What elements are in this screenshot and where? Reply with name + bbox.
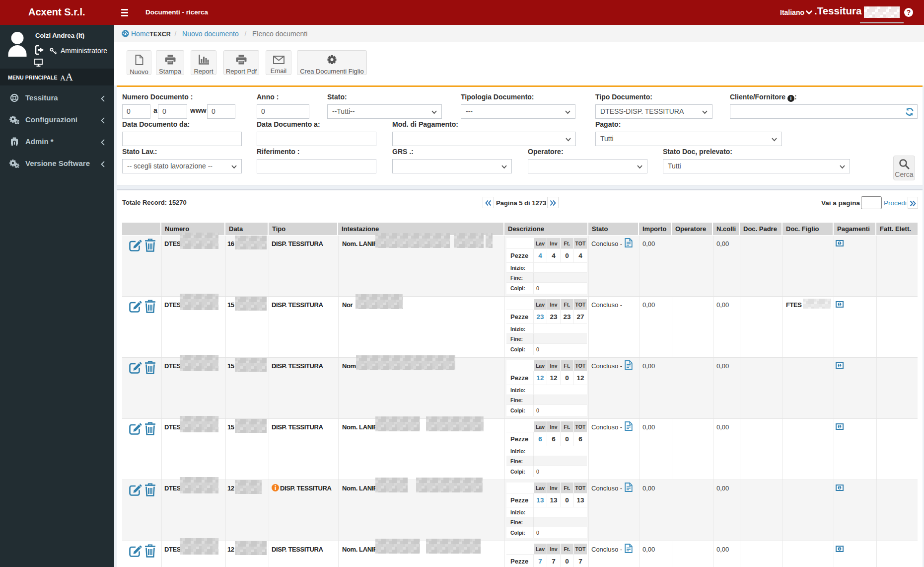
svg-text:1: 1 xyxy=(839,547,841,551)
svg-text:1: 1 xyxy=(839,242,841,245)
svg-text:1: 1 xyxy=(839,303,841,306)
svg-text:1: 1 xyxy=(839,425,841,428)
svg-text:1: 1 xyxy=(839,486,841,489)
svg-text:1: 1 xyxy=(839,364,841,367)
